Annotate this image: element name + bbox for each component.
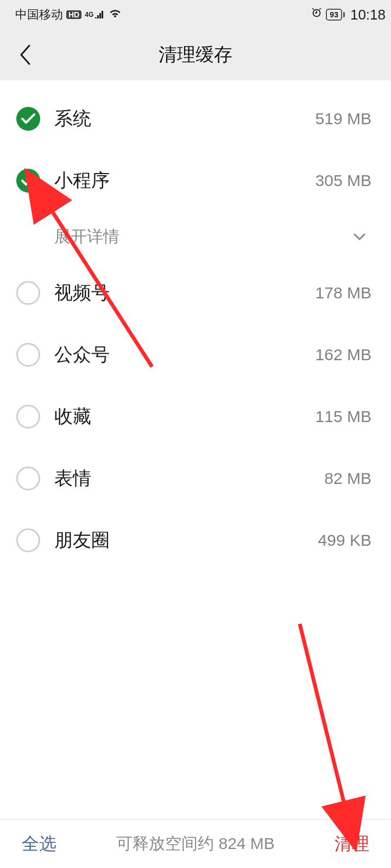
cache-row-system[interactable]: 系统 519 MB	[0, 88, 391, 150]
freeable-space-label: 可释放空间约 824 MB	[56, 833, 335, 855]
checkbox-checked-icon[interactable]	[16, 169, 40, 193]
cache-list: 系统 519 MB 小程序 305 MB 展开详情 视频号 178 MB 公众号…	[0, 80, 391, 819]
cache-row-size: 499 KB	[318, 531, 371, 550]
cache-row-label: 公众号	[54, 342, 316, 367]
cache-row-label: 表情	[54, 466, 324, 491]
checkbox-unchecked-icon[interactable]	[16, 281, 40, 305]
battery-cap-icon	[343, 12, 345, 17]
cache-row-size: 305 MB	[316, 171, 371, 190]
hd-badge: HD	[66, 10, 81, 19]
cache-row-size: 82 MB	[324, 469, 371, 488]
cache-row-label: 系统	[54, 106, 316, 131]
checkbox-unchecked-icon[interactable]	[16, 343, 40, 367]
cache-row-size: 519 MB	[316, 110, 371, 128]
clock-label: 10:18	[350, 7, 386, 23]
signal-icon	[94, 8, 105, 22]
checkbox-unchecked-icon[interactable]	[16, 405, 40, 429]
cache-row-label: 视频号	[54, 280, 316, 305]
cache-row-moments[interactable]: 朋友圈 499 KB	[0, 509, 391, 571]
footer-bar: 全选 可释放空间约 824 MB 清理	[0, 819, 391, 868]
checkbox-checked-icon[interactable]	[16, 107, 40, 131]
checkbox-unchecked-icon[interactable]	[16, 528, 40, 552]
chevron-left-icon	[19, 44, 31, 65]
cache-row-label: 收藏	[54, 404, 316, 429]
expand-details-label: 展开详情	[54, 226, 353, 248]
alarm-icon	[311, 7, 323, 22]
carrier-label: 中国移动	[15, 7, 63, 23]
page-title: 清理缓存	[0, 42, 391, 67]
cache-row-official[interactable]: 公众号 162 MB	[0, 324, 391, 386]
cache-row-channels[interactable]: 视频号 178 MB	[0, 262, 391, 324]
chevron-down-icon	[353, 231, 366, 244]
checkbox-unchecked-icon[interactable]	[16, 467, 40, 490]
cache-row-stickers[interactable]: 表情 82 MB	[0, 448, 391, 509]
network-4g-label: 4G	[85, 11, 93, 18]
page-header: 清理缓存	[0, 29, 391, 80]
back-button[interactable]	[11, 41, 39, 69]
battery-icon: 93	[326, 9, 342, 21]
select-all-button[interactable]: 全选	[22, 832, 56, 856]
cache-row-size: 162 MB	[316, 346, 371, 364]
expand-details-button[interactable]: 展开详情	[0, 212, 391, 262]
cache-row-miniprogram[interactable]: 小程序 305 MB	[0, 150, 391, 212]
wifi-icon	[109, 8, 122, 22]
cache-row-label: 小程序	[54, 168, 316, 193]
cache-row-size: 178 MB	[316, 284, 371, 302]
cache-row-size: 115 MB	[316, 407, 371, 426]
cache-row-label: 朋友圈	[54, 528, 318, 553]
cache-row-favorites[interactable]: 收藏 115 MB	[0, 386, 391, 448]
status-bar: 中国移动 HD 4G 93 10:18	[0, 0, 391, 29]
clear-button[interactable]: 清理	[335, 832, 369, 856]
battery-percent: 93	[330, 10, 338, 19]
